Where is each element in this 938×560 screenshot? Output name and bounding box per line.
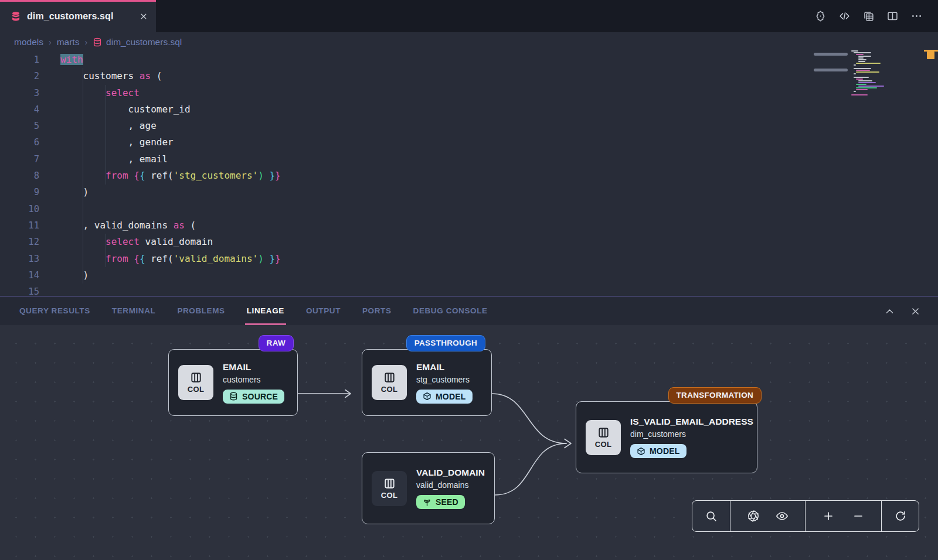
line-number: 3 bbox=[0, 85, 39, 101]
column-icon: COL bbox=[372, 471, 407, 506]
node-title: VALID_DOMAIN bbox=[416, 467, 485, 478]
line-number: 12 bbox=[0, 234, 39, 250]
line-number: 5 bbox=[0, 118, 39, 134]
panel-tab-terminal[interactable]: TERMINAL bbox=[112, 296, 156, 325]
line-number: 1 bbox=[0, 52, 39, 68]
split-editor-icon[interactable] bbox=[886, 10, 899, 22]
code-line: 8 from {{ ref('stg_customers') }} bbox=[0, 168, 938, 184]
code-line: 6 , gender bbox=[0, 134, 938, 151]
sprout-icon bbox=[423, 498, 431, 507]
panel-tab-bar: QUERY RESULTSTERMINALPROBLEMSLINEAGEOUTP… bbox=[0, 296, 938, 325]
editor-tab[interactable]: dim_customers.sql bbox=[0, 0, 156, 32]
code-line: 9 ) bbox=[0, 184, 938, 200]
indent-guide bbox=[106, 234, 106, 267]
code-editor[interactable]: models›marts›dim_customers.sql 1with2 cu… bbox=[0, 32, 938, 296]
dbt-logo-icon[interactable] bbox=[814, 10, 827, 22]
minimap-line bbox=[856, 84, 866, 85]
overview-ruler-marker bbox=[927, 52, 934, 59]
lineage-toolbar bbox=[692, 500, 919, 532]
more-actions-icon[interactable] bbox=[910, 10, 923, 22]
node-subtitle: customers bbox=[223, 375, 284, 384]
refresh-button[interactable] bbox=[894, 510, 907, 523]
node-subtitle: dim_customers bbox=[630, 429, 747, 439]
database-icon bbox=[93, 37, 102, 47]
minimap-line bbox=[856, 63, 881, 64]
panel-tab-problems[interactable]: PROBLEMS bbox=[177, 296, 225, 325]
line-number: 13 bbox=[0, 251, 39, 267]
code-line: 2 customers as ( bbox=[0, 68, 938, 84]
minimap-line bbox=[854, 91, 856, 92]
node-subtitle: stg_customers bbox=[416, 375, 473, 384]
code-line: 11 , valid_domains as ( bbox=[0, 217, 938, 234]
minimap-line bbox=[856, 70, 870, 71]
code-area[interactable]: 1with2 customers as (3 select4 customer_… bbox=[0, 52, 938, 296]
fit-view-button[interactable] bbox=[747, 510, 760, 523]
minimap-line bbox=[858, 80, 872, 81]
line-number: 10 bbox=[0, 201, 39, 217]
panel-tab-lineage[interactable]: LINEAGE bbox=[247, 296, 284, 325]
breadcrumb-item[interactable]: dim_customers.sql bbox=[93, 37, 182, 47]
breadcrumb-item[interactable]: models bbox=[14, 37, 43, 47]
minimap[interactable] bbox=[851, 50, 912, 96]
breadcrumb-separator: › bbox=[84, 37, 87, 47]
column-icon: COL bbox=[586, 420, 621, 455]
panel-tab-query-results[interactable]: QUERY RESULTS bbox=[19, 296, 90, 325]
line-number: 9 bbox=[0, 184, 39, 200]
tab-close-icon[interactable] bbox=[140, 12, 148, 21]
code-line: 5 , age bbox=[0, 118, 938, 134]
lineage-node-stg_customers[interactable]: PASSTHROUGHCOLEMAILstg_customersMODEL bbox=[362, 349, 492, 416]
code-line: 12 select valid_domain bbox=[0, 234, 938, 250]
database-icon bbox=[229, 392, 238, 401]
line-number: 6 bbox=[0, 134, 39, 151]
node-subtitle: valid_domains bbox=[416, 480, 485, 490]
lineage-canvas[interactable]: RAWCOLEMAILcustomersSOURCEPASSTHROUGHCOL… bbox=[0, 325, 938, 560]
minimap-line bbox=[856, 71, 879, 73]
minimap-line bbox=[854, 68, 871, 69]
lineage-node-customers[interactable]: RAWCOLEMAILcustomersSOURCE bbox=[168, 349, 298, 416]
panel-tab-debug-console[interactable]: DEBUG CONSOLE bbox=[413, 296, 488, 325]
cube-icon bbox=[637, 447, 645, 456]
database-icon bbox=[11, 11, 21, 22]
minimap-highlight-bar bbox=[814, 69, 848, 71]
line-number: 7 bbox=[0, 151, 39, 168]
node-type-badge: SEED bbox=[416, 495, 465, 509]
panel-close-icon[interactable] bbox=[910, 306, 920, 316]
node-tag: RAW bbox=[259, 335, 294, 351]
node-tag: PASSTHROUGH bbox=[406, 335, 485, 351]
code-line: 7 , email bbox=[0, 151, 938, 168]
zoom-out-button[interactable] bbox=[852, 510, 865, 523]
panel-collapse-icon[interactable] bbox=[885, 306, 895, 316]
cube-icon bbox=[423, 392, 431, 401]
minimap-line bbox=[854, 73, 856, 74]
node-type-badge: MODEL bbox=[630, 444, 686, 458]
minimap-line bbox=[858, 61, 865, 62]
line-number: 15 bbox=[0, 284, 39, 296]
query-results-table-icon[interactable] bbox=[862, 10, 875, 22]
app-window: dim_customers.sql models›marts›dim_custo… bbox=[0, 0, 938, 560]
column-icon: COL bbox=[372, 365, 407, 400]
node-title: EMAIL bbox=[416, 362, 473, 373]
lineage-node-valid_domains[interactable]: COLVALID_DOMAINvalid_domainsSEED bbox=[362, 452, 495, 524]
indent-guide bbox=[83, 68, 83, 284]
minimap-highlight-bar bbox=[814, 53, 848, 56]
tab-bar: dim_customers.sql bbox=[0, 0, 938, 32]
code-line: 13 from {{ ref('valid_domains') }} bbox=[0, 251, 938, 267]
node-type-badge: SOURCE bbox=[223, 390, 284, 404]
panel-tab-output[interactable]: OUTPUT bbox=[306, 296, 341, 325]
minimap-line bbox=[854, 52, 871, 53]
node-type-badge: MODEL bbox=[416, 390, 473, 404]
minimap-line bbox=[858, 56, 871, 57]
line-number: 2 bbox=[0, 68, 39, 84]
code-line: 10 bbox=[0, 201, 938, 217]
zoom-in-button[interactable] bbox=[822, 510, 835, 523]
search-button[interactable] bbox=[705, 510, 718, 523]
breadcrumb-item[interactable]: marts bbox=[57, 37, 80, 47]
code-line: 3 select bbox=[0, 85, 938, 101]
toggle-visibility-button[interactable] bbox=[776, 510, 789, 523]
compiled-code-icon[interactable] bbox=[838, 10, 851, 22]
column-icon: COL bbox=[178, 365, 213, 400]
panel-tab-ports[interactable]: PORTS bbox=[362, 296, 392, 325]
lineage-node-dim_customers[interactable]: TRANSFORMATIONCOLIS_VALID_EMAIL_ADDRESSd… bbox=[576, 401, 757, 473]
minimap-line bbox=[858, 82, 876, 83]
tab-label: dim_customers.sql bbox=[27, 11, 134, 22]
